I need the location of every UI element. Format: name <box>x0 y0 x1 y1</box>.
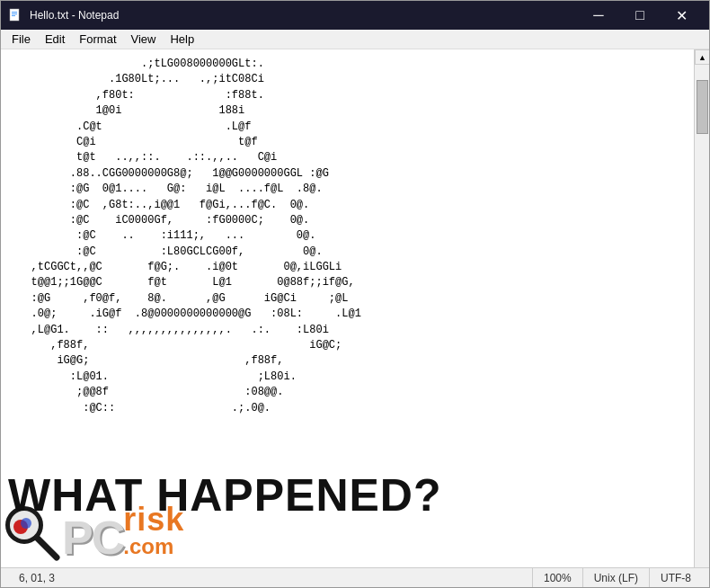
cursor-position: 6, 01, 3 <box>8 568 533 587</box>
svg-rect-0 <box>10 9 19 21</box>
menu-help[interactable]: Help <box>163 31 201 48</box>
menu-file[interactable]: File <box>4 31 38 48</box>
encoding-value: UTF-8 <box>661 572 691 584</box>
window-title: Hello.txt - Notepad <box>30 9 119 22</box>
svg-rect-2 <box>12 13 17 14</box>
editor-container: .;tLG008000000GLt:. .1G80Lt;... .,;itC08… <box>1 49 709 567</box>
menu-format[interactable]: Format <box>72 31 123 48</box>
menu-bar: File Edit Format View Help <box>1 30 709 49</box>
minimize-button[interactable]: ─ <box>578 1 619 30</box>
editor-text[interactable]: .;tLG008000000GLt:. .1G80Lt;... .,;itC08… <box>1 49 694 567</box>
close-button[interactable]: ✕ <box>661 1 702 30</box>
title-bar: Hello.txt - Notepad ─ □ ✕ <box>1 1 709 30</box>
scroll-up-arrow[interactable]: ▲ <box>695 49 709 65</box>
window-controls: ─ □ ✕ <box>578 1 702 30</box>
notepad-window: Hello.txt - Notepad ─ □ ✕ File Edit Form… <box>0 0 710 588</box>
cursor-label: 6, 01, 3 <box>19 572 55 584</box>
menu-view[interactable]: View <box>124 31 164 48</box>
encoding: UTF-8 <box>650 568 702 587</box>
status-bar: 6, 01, 3 100% Unix (LF) UTF-8 <box>1 567 709 587</box>
maximize-button[interactable]: □ <box>619 1 661 30</box>
menu-edit[interactable]: Edit <box>38 31 72 48</box>
scroll-thumb[interactable] <box>697 80 708 134</box>
title-bar-left: Hello.txt - Notepad <box>8 8 119 22</box>
svg-rect-1 <box>12 12 17 13</box>
line-ending: Unix (LF) <box>583 568 650 587</box>
vertical-scrollbar[interactable]: ▲ <box>694 49 709 567</box>
zoom-level: 100% <box>533 568 583 587</box>
zoom-value: 100% <box>544 572 572 584</box>
line-ending-value: Unix (LF) <box>594 572 638 584</box>
svg-rect-3 <box>12 15 15 16</box>
notepad-icon <box>8 8 22 22</box>
